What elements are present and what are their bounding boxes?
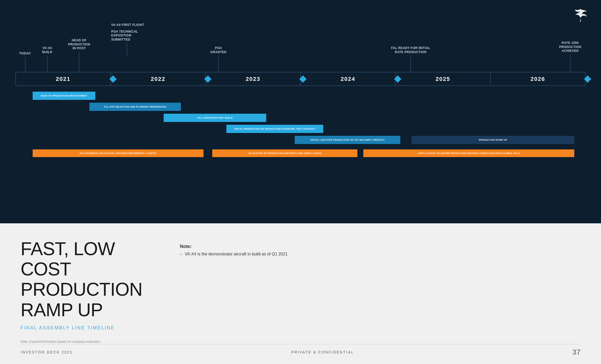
note-text: – VA-X4 is the demonstrator aircraft in …	[180, 252, 288, 256]
bar-production-ramp-up: PRODUCTION RAMP UP	[412, 136, 574, 144]
milestone-poa-granted: POAGRANTED	[210, 46, 227, 76]
year-2022: 2022	[111, 72, 206, 86]
bar-fal-site: FAL SITE SELECTION AND PLANNING PERMISSI…	[89, 103, 181, 111]
year-2021: 2021	[16, 72, 111, 86]
bottom-section: FAST, LOW COSTPRODUCTION RAMP UP FINAL A…	[0, 223, 601, 364]
milestone-today: TODAY	[19, 51, 31, 72]
year-2024: 2024	[301, 72, 396, 86]
gantt-row-3: INITIAL PRODUCTION OF PRODUCTION STANDAR…	[15, 124, 586, 133]
bar-initial-production: INITIAL PRODUCTION OF PRODUCTION STANDAR…	[226, 125, 323, 133]
diamond-2026	[584, 75, 591, 82]
orange-bars-row: POA EVIDENCE COLLECTION, PROCESS REFINEM…	[15, 148, 586, 158]
milestone-first-flight: VA-X4 FIRST FLIGHT POA TECHNICALEXPOSITI…	[111, 23, 144, 56]
gantt-row-1: FAL SITE SELECTION AND PLANNING PERMISSI…	[15, 102, 586, 111]
page-subtitle: FINAL ASSEMBLY LINE TIMELINE	[21, 325, 580, 331]
bar-copy-paste: COPY & PASTE VALIDATED PRODUCTION METHOD…	[363, 149, 574, 157]
gantt-row-4: INITIAL LOW RATE PRODUCTION OF 1ST DELIV…	[15, 135, 586, 145]
footer-left: INVESTOR DECK 2021	[21, 350, 73, 354]
page-number: 37	[572, 348, 580, 356]
bar-head-production: HEAD OF PRODUCTION RECRUITMENT	[33, 92, 95, 100]
milestone-vax4-build: VA-X4BUILD	[42, 46, 52, 76]
year-2025: 2025	[395, 72, 491, 86]
small-note: Note: Expected timeline based on company…	[21, 340, 101, 343]
footer-center: PRIVATE & CONFIDENTIAL	[291, 350, 354, 354]
title-block: FAST, LOW COSTPRODUCTION RAMP UP FINAL A…	[21, 239, 580, 331]
timeline-bar: 2021 2022 2023 2024 2025 2026	[15, 72, 586, 86]
bar-fal-config: FAL CONFIGURATION / BUILD	[164, 114, 266, 122]
gantt-row-2: FAL CONFIGURATION / BUILD	[15, 113, 586, 122]
bar-initial-low-rate: INITIAL LOW RATE PRODUCTION OF 1ST DELIV…	[295, 136, 400, 144]
year-2023: 2023	[206, 72, 301, 86]
footer: INVESTOR DECK 2021 PRIVATE & CONFIDENTIA…	[21, 344, 580, 356]
note-title: Note:	[180, 244, 288, 249]
year-2026: 2026	[491, 72, 586, 86]
gantt-area: HEAD OF PRODUCTION RECRUITMENT FAL SITE …	[15, 91, 586, 158]
bar-poa-evidence: POA EVIDENCE COLLECTION, PROCESS REFINEM…	[33, 149, 204, 157]
milestone-labels: TODAY VA-X4BUILD HEAD OFPRODUCTIONIN POS…	[15, 15, 586, 72]
milestone-fal-ready: FAL READY FOR INITIALRATE PRODUCTION	[391, 46, 430, 76]
gantt-row-0: HEAD OF PRODUCTION RECRUITMENT	[15, 91, 586, 100]
note-section: Note: – VA-X4 is the demonstrator aircra…	[180, 244, 288, 256]
bar-validation: VALIDATION OF PRODUCTION METHODS AND SUP…	[212, 149, 358, 157]
timeline-container: TODAY VA-X4BUILD HEAD OFPRODUCTIONIN POS…	[15, 15, 586, 158]
top-section: TODAY VA-X4BUILD HEAD OFPRODUCTIONIN POS…	[0, 0, 601, 223]
page-title: FAST, LOW COSTPRODUCTION RAMP UP	[21, 239, 170, 320]
